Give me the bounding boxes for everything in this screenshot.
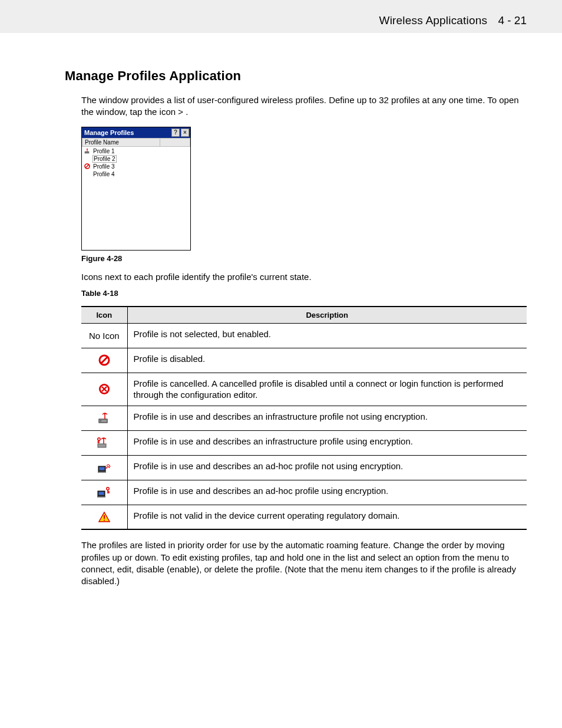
list-item[interactable]: Profile 4 — [83, 170, 189, 178]
icon-cell-infra-enc — [81, 430, 127, 455]
icon-cell-adhoc-noenc — [81, 455, 127, 480]
icon-description-table: Icon Description No Icon Profile is not … — [81, 306, 527, 531]
header-title: Wireless Applications — [379, 14, 488, 27]
table-row: Profile is in use and describes an ad-ho… — [81, 480, 527, 505]
closing-paragraph: The profiles are listed in priority orde… — [81, 539, 527, 587]
disabled-icon — [98, 354, 111, 367]
intro-paragraph: The window provides a list of user-confi… — [81, 94, 527, 118]
icon-cell-adhoc-enc — [81, 480, 127, 505]
desc-cell: Profile is in use and describes an ad-ho… — [127, 480, 527, 505]
svg-point-15 — [104, 413, 105, 415]
desc-cell: Profile is not valid in the device curre… — [127, 505, 527, 529]
svg-point-36 — [104, 519, 105, 521]
icon-cell-cancelled — [81, 373, 127, 406]
mid-paragraph: Icons next to each profile identify the … — [81, 271, 527, 283]
svg-rect-16 — [98, 444, 106, 447]
svg-point-18 — [103, 438, 104, 440]
svg-point-26 — [106, 467, 107, 469]
table-row: Profile is in use and describes an infra… — [81, 430, 527, 455]
adhoc-noenc-icon — [97, 461, 112, 474]
svg-rect-28 — [98, 492, 104, 495]
table-header-description: Description — [127, 307, 527, 324]
desc-cell: Profile is in use and describes an infra… — [127, 406, 527, 430]
adhoc-enc-icon — [96, 486, 113, 499]
infra-noenc-icon — [97, 411, 112, 424]
desc-cell: Profile is in use and describes an infra… — [127, 430, 527, 455]
svg-rect-0 — [85, 151, 89, 153]
table-row: Profile is in use and describes an ad-ho… — [81, 455, 527, 480]
disabled-icon — [84, 163, 92, 169]
page-header: Wireless Applications 4 - 21 — [0, 0, 562, 33]
infra-noenc-icon — [84, 148, 92, 154]
icon-cell-warning — [81, 505, 127, 529]
window-titlebar: Manage Profiles ? × — [82, 127, 190, 138]
icon-cell-disabled — [81, 348, 127, 373]
list-item-label: Profile 2 — [92, 155, 117, 163]
manage-profiles-screenshot: Manage Profiles ? × Profile Name Profile… — [81, 127, 191, 251]
cancelled-icon — [98, 383, 111, 396]
svg-rect-24 — [99, 467, 104, 470]
table-row: Profile is not valid in the device curre… — [81, 505, 527, 529]
figure-label: Figure 4-28 — [81, 254, 527, 263]
icon-cell-none: No Icon — [81, 323, 127, 348]
svg-point-19 — [98, 438, 100, 440]
table-row: Profile is cancelled. A cancelled profil… — [81, 373, 527, 406]
window-title: Manage Profiles — [84, 129, 170, 136]
svg-rect-29 — [97, 496, 105, 498]
table-row: No Icon Profile is not selected, but ena… — [81, 323, 527, 348]
table-label: Table 4-18 — [81, 289, 527, 298]
list-item-label: Profile 1 — [92, 148, 115, 154]
svg-point-30 — [107, 487, 109, 490]
table-row: Profile is disabled. — [81, 348, 527, 373]
table-header-icon: Icon — [81, 307, 127, 324]
list-item[interactable]: Profile 2 — [83, 155, 189, 163]
header-page-number: 4 - 21 — [498, 14, 527, 27]
table-header-row: Icon Description — [81, 307, 527, 324]
list-item-label: Profile 4 — [92, 171, 115, 177]
warning-icon — [98, 511, 111, 523]
column-header-profile-name: Profile Name — [82, 138, 160, 147]
table-row: Profile is in use and describes an infra… — [81, 406, 527, 430]
list-item[interactable]: Profile 3 — [83, 163, 189, 170]
svg-rect-13 — [100, 420, 101, 421]
list-item[interactable]: Profile 1 — [83, 147, 189, 155]
svg-line-6 — [101, 357, 107, 364]
desc-cell: Profile is disabled. — [127, 348, 527, 373]
desc-cell: Profile is in use and describes an ad-ho… — [127, 455, 527, 480]
list-item-label: Profile 3 — [92, 163, 115, 170]
profile-list: Profile 1 Profile 2 Profile 3 Profile 4 — [82, 147, 190, 250]
help-button[interactable]: ? — [171, 129, 180, 137]
desc-cell: Profile is cancelled. A cancelled profil… — [127, 373, 527, 406]
svg-point-2 — [87, 149, 88, 150]
svg-line-4 — [85, 164, 88, 167]
close-button[interactable]: × — [181, 129, 189, 137]
column-header-row: Profile Name — [82, 138, 190, 147]
section-heading: Manage Profiles Application — [65, 68, 527, 84]
icon-cell-infra-noenc — [81, 406, 127, 430]
column-header-spacer — [160, 138, 190, 147]
page-content: Manage Profiles Application The window p… — [0, 33, 562, 617]
infra-enc-icon — [95, 436, 113, 449]
desc-cell: Profile is not selected, but enabled. — [127, 323, 527, 348]
svg-rect-25 — [98, 472, 106, 473]
